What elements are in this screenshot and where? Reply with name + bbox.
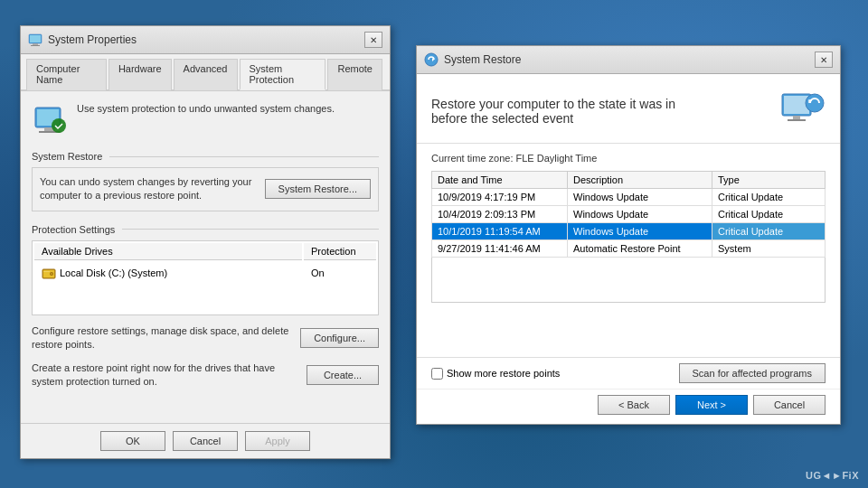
drive-protection: On	[304, 262, 376, 284]
restore-date-4: 9/27/2019 11:41:46 AM	[432, 240, 568, 258]
restore-date-2: 10/4/2019 2:09:13 PM	[432, 206, 568, 223]
svg-point-8	[52, 118, 66, 133]
restore-date-1: 10/9/2019 4:17:19 PM	[432, 189, 568, 206]
create-row: Create a restore point right now for the…	[32, 361, 379, 389]
svg-rect-1	[30, 35, 41, 42]
restore-headline: Restore your computer to the state it wa…	[431, 97, 703, 126]
next-button[interactable]: Next >	[675, 395, 748, 415]
close-button[interactable]: ✕	[364, 32, 382, 48]
info-row: Use system protection to undo unwanted s…	[32, 102, 379, 138]
show-more-label: Show more restore points	[447, 368, 560, 379]
tab-remote[interactable]: Remote	[327, 59, 382, 90]
svg-point-14	[425, 53, 438, 66]
svg-rect-3	[31, 45, 40, 46]
drive-name: Local Disk (C:) (System)	[60, 267, 167, 278]
restore-dialog-titlebar: System Restore ✕	[417, 46, 840, 74]
restore-points-table: Date and Time Description Type 10/9/2019…	[431, 171, 826, 303]
restore-point-row-4[interactable]: 9/27/2019 11:41:46 AM Automatic Restore …	[432, 240, 826, 258]
system-restore-button[interactable]: System Restore...	[265, 179, 371, 199]
restore-desc-4: Automatic Restore Point	[568, 240, 712, 258]
type-column-header: Type	[712, 172, 826, 189]
restore-dialog-controls: ✕	[815, 52, 833, 68]
drives-col-protection-header: Protection	[304, 243, 376, 260]
ok-button[interactable]: OK	[100, 431, 165, 451]
tab-advanced[interactable]: Advanced	[174, 59, 238, 90]
system-properties-content: Use system protection to undo unwanted s…	[21, 91, 390, 423]
show-more-row: Show more restore points	[431, 368, 560, 380]
drive-icon	[42, 266, 56, 280]
apply-button[interactable]: Apply	[245, 431, 310, 451]
system-restore-section-header: System Restore	[32, 151, 379, 162]
svg-rect-17	[793, 116, 800, 119]
tab-hardware[interactable]: Hardware	[108, 59, 172, 90]
bottom-buttons: OK Cancel Apply	[21, 423, 390, 458]
system-restore-row: You can undo system changes by reverting…	[40, 175, 371, 203]
computer-shield-icon	[32, 102, 68, 138]
system-properties-window: System Properties ✕ Computer Name Hardwa…	[20, 25, 391, 459]
restore-type-4: System	[712, 240, 826, 258]
restore-point-row-2[interactable]: 10/4/2019 2:09:13 PM Windows Update Crit…	[432, 206, 826, 223]
system-restore-description: You can undo system changes by reverting…	[40, 175, 258, 203]
configure-row: Configure restore settings, manage disk …	[32, 324, 379, 352]
restore-dialog-content: Current time zone: FLE Daylight Time Dat…	[417, 144, 840, 357]
description-column-header: Description	[568, 172, 712, 189]
drive-row[interactable]: Local Disk (C:) (System) On	[34, 262, 376, 284]
system-properties-titlebar: System Properties ✕	[21, 26, 390, 54]
restore-point-row-1[interactable]: 10/9/2019 4:17:19 PM Windows Update Crit…	[432, 189, 826, 206]
restore-point-row-3[interactable]: 10/1/2019 11:19:54 AM Windows Update Cri…	[432, 223, 826, 240]
restore-type-3: Critical Update	[712, 223, 826, 240]
system-properties-icon	[28, 33, 42, 47]
restore-type-2: Critical Update	[712, 206, 826, 223]
restore-desc-3: Windows Update	[568, 223, 712, 240]
restore-type-1: Critical Update	[712, 189, 826, 206]
svg-point-12	[51, 273, 52, 275]
restore-header-area: Restore your computer to the state it wa…	[417, 74, 840, 144]
protection-settings-header: Protection Settings	[32, 224, 379, 235]
restore-dialog-icon	[424, 52, 439, 67]
system-properties-title: System Properties	[48, 33, 137, 46]
restore-cancel-button[interactable]: Cancel	[753, 395, 826, 415]
restore-dialog-title: System Restore	[444, 53, 521, 66]
tab-bar: Computer Name Hardware Advanced System P…	[21, 54, 390, 91]
restore-desc-1: Windows Update	[568, 189, 712, 206]
configure-button[interactable]: Configure...	[300, 328, 379, 348]
restore-date-3: 10/1/2019 11:19:54 AM	[432, 223, 568, 240]
svg-point-19	[806, 94, 824, 112]
svg-rect-2	[33, 43, 38, 45]
restore-desc-2: Windows Update	[568, 206, 712, 223]
restore-header-icon	[780, 89, 826, 134]
show-more-checkbox[interactable]	[431, 368, 443, 380]
svg-rect-18	[788, 119, 806, 121]
window-controls: ✕	[364, 32, 382, 48]
watermark: UG◄►FiX	[806, 470, 859, 481]
timezone-text: Current time zone: FLE Daylight Time	[431, 153, 826, 164]
svg-rect-13	[43, 271, 50, 272]
tab-system-protection[interactable]: System Protection	[240, 59, 326, 90]
scan-button[interactable]: Scan for affected programs	[679, 363, 826, 383]
system-restore-section: You can undo system changes by reverting…	[32, 167, 379, 211]
create-button[interactable]: Create...	[307, 365, 379, 385]
drives-table: Available Drives Protection Local	[32, 240, 379, 315]
back-button[interactable]: < Back	[598, 395, 670, 415]
create-description: Create a restore point right now for the…	[32, 361, 299, 389]
drives-col-name-header: Available Drives	[34, 243, 302, 260]
tab-computer-name[interactable]: Computer Name	[26, 59, 107, 90]
date-column-header: Date and Time	[432, 172, 568, 189]
info-description: Use system protection to undo unwanted s…	[77, 102, 335, 116]
restore-close-button[interactable]: ✕	[815, 52, 833, 68]
configure-description: Configure restore settings, manage disk …	[32, 324, 293, 352]
system-restore-dialog: System Restore ✕ Restore your computer t…	[416, 45, 841, 425]
cancel-button[interactable]: Cancel	[173, 431, 238, 451]
